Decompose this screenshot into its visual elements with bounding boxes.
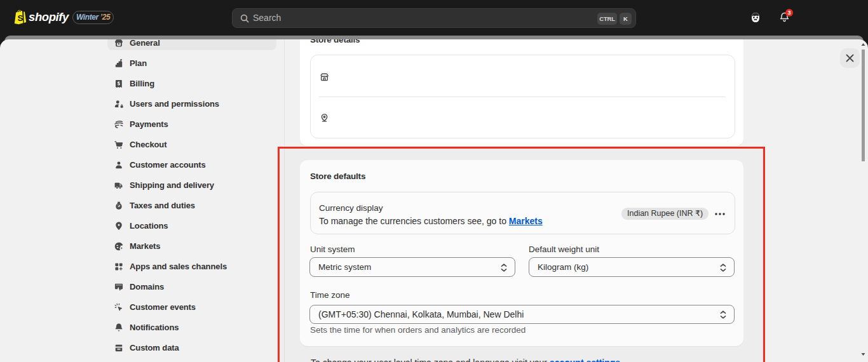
svg-text:S: S	[18, 13, 24, 23]
